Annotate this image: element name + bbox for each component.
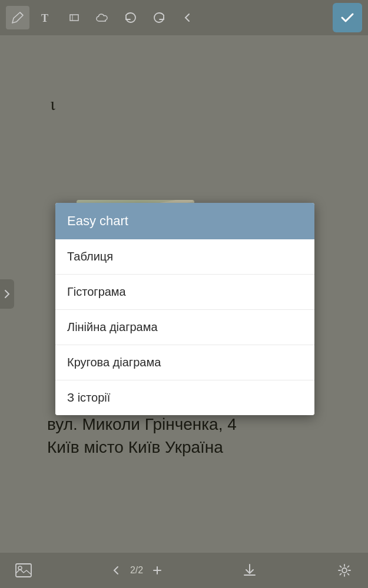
dialog-title: Easy chart [55,203,314,239]
menu-item-histogram[interactable]: Гістограма [55,275,314,310]
menu-item-line-chart[interactable]: Лінійна діаграма [55,310,314,345]
menu-item-from-history[interactable]: З історії [55,380,314,415]
menu-item-table[interactable]: Таблиця [55,239,314,275]
easy-chart-dialog: Easy chart Таблиця Гістограма Лінійна ді… [55,203,314,415]
dialog-overlay: Easy chart Таблиця Гістограма Лінійна ді… [0,0,368,588]
menu-item-pie-chart[interactable]: Кругова діаграма [55,345,314,380]
